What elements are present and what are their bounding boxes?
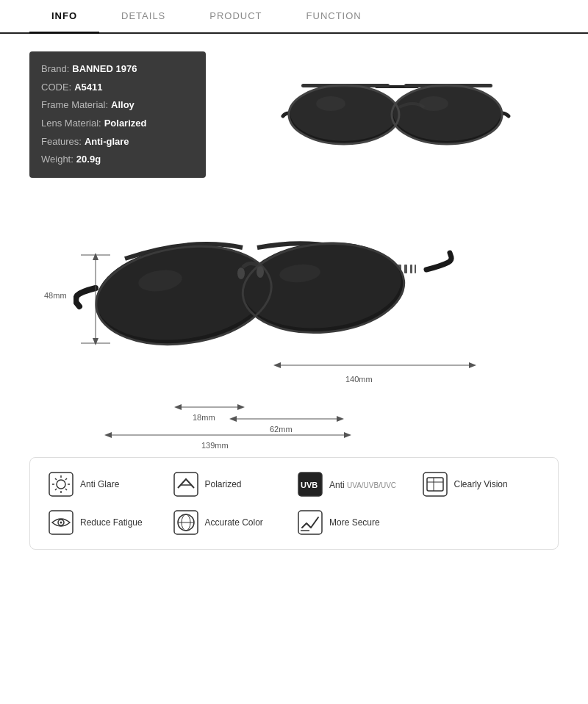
feature-label-anti: Anti	[329, 480, 347, 490]
feature-label-polarized: Polarized	[205, 479, 242, 489]
color-icon	[173, 509, 199, 536]
sun-icon	[48, 471, 74, 498]
svg-marker-35	[237, 404, 245, 410]
feature-label-accurate-color: Accurate Color	[205, 517, 263, 528]
spec-label-code: CODE:	[41, 79, 71, 97]
feature-text-uvb: Anti UVA/UVB/UVC	[329, 479, 396, 490]
dim-140mm	[272, 354, 478, 376]
spec-label-lens: Lens Material:	[41, 115, 101, 133]
spec-label-weight: Weight:	[41, 151, 74, 169]
spec-row-frame: Frame Material: Alloy	[41, 96, 194, 115]
svg-point-7	[316, 96, 345, 111]
svg-marker-37	[229, 416, 237, 422]
main-content: Brand: BANNED 1976 CODE: A5411 Frame Mat…	[0, 34, 588, 567]
svg-point-24	[257, 266, 264, 278]
svg-rect-12	[404, 265, 407, 273]
svg-line-49	[65, 489, 67, 490]
svg-marker-34	[174, 404, 182, 410]
svg-marker-27	[93, 338, 98, 345]
specs-table: Brand: BANNED 1976 CODE: A5411 Frame Mat…	[29, 51, 206, 178]
spec-value-brand: BANNED 1976	[72, 60, 137, 79]
spec-label-features: Features:	[41, 133, 82, 151]
spec-value-features: Anti-glare	[85, 133, 129, 151]
svg-point-8	[419, 96, 448, 111]
spec-label-brand: Brand:	[41, 60, 69, 79]
feature-reduce-fatigue: Reduce Fatigue	[48, 509, 167, 536]
svg-rect-14	[415, 265, 416, 273]
svg-rect-13	[410, 265, 412, 273]
feature-accurate-color: Accurate Color	[173, 509, 292, 536]
top-section: Brand: BANNED 1976 CODE: A5411 Frame Mat…	[29, 51, 559, 178]
dim-label-48mm: 48mm	[44, 291, 67, 300]
svg-line-48	[55, 478, 57, 480]
spec-row-brand: Brand: BANNED 1976	[41, 60, 194, 79]
features-section: Anti Glare Polarized UVB Anti	[29, 457, 559, 550]
svg-text:UVB: UVB	[301, 481, 318, 489]
spec-value-lens: Polarized	[104, 115, 147, 133]
feature-label-more-secure: More Secure	[329, 517, 380, 528]
svg-marker-32	[469, 362, 476, 368]
vision-icon	[422, 471, 448, 498]
svg-rect-52	[174, 473, 198, 496]
dim-label-18mm: 18mm	[193, 413, 215, 422]
dim-label-139mm: 139mm	[201, 441, 229, 450]
spec-row-weight: Weight: 20.9g	[41, 151, 194, 169]
top-image-area	[235, 51, 559, 178]
svg-point-23	[237, 267, 245, 279]
spec-row-features: Features: Anti-glare	[41, 133, 194, 151]
feature-uvb: UVB Anti UVA/UVB/UVC	[297, 471, 416, 498]
spec-value-frame: Alloy	[111, 96, 135, 115]
svg-marker-40	[104, 432, 112, 438]
spec-label-frame: Frame Material:	[41, 96, 108, 115]
feature-label-anti-glare: Anti Glare	[80, 479, 119, 489]
svg-rect-57	[427, 478, 443, 491]
tab-product[interactable]: PRODUCT	[187, 0, 284, 32]
svg-marker-31	[273, 362, 281, 368]
feature-more-secure: More Secure	[297, 509, 416, 536]
eye-icon	[48, 509, 74, 536]
sunglasses-top-image	[279, 63, 514, 166]
feature-label-reduce-fatigue: Reduce Fatigue	[80, 517, 143, 528]
svg-point-43	[57, 480, 65, 489]
feature-sublabel-uva: UVA/UVB/UVC	[347, 481, 396, 489]
svg-line-50	[65, 478, 67, 480]
nav-tabs: INFO DETAILS PRODUCT FUNCTION	[0, 0, 588, 34]
dim-48mm	[74, 251, 118, 347]
svg-line-51	[55, 489, 57, 490]
svg-marker-38	[337, 416, 344, 422]
feature-polarized: Polarized	[173, 471, 292, 498]
tab-function[interactable]: FUNCTION	[284, 0, 384, 32]
svg-marker-26	[93, 253, 98, 260]
dimensions-section: 48mm 140mm 18mm 62mm 139mm	[29, 193, 559, 442]
spec-row-code: CODE: A5411	[41, 79, 194, 97]
feature-label-vision: Clearly Vision	[454, 479, 508, 489]
secure-icon	[297, 509, 323, 536]
uvb-icon: UVB	[297, 471, 323, 498]
svg-point-62	[60, 522, 62, 524]
feature-anti-glare: Anti Glare	[48, 471, 167, 498]
dim-label-140mm: 140mm	[345, 375, 373, 384]
polarized-icon	[173, 471, 199, 498]
spec-value-code: A5411	[74, 79, 102, 97]
spec-value-weight: 20.9g	[76, 151, 101, 169]
spec-row-lens: Lens Material: Polarized	[41, 115, 194, 133]
feature-vision: Clearly Vision	[422, 471, 541, 498]
tab-details[interactable]: DETAILS	[99, 0, 187, 32]
svg-marker-41	[344, 432, 351, 438]
tab-info[interactable]: INFO	[29, 0, 99, 34]
